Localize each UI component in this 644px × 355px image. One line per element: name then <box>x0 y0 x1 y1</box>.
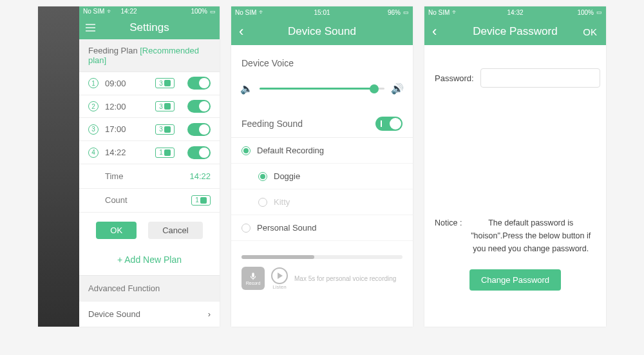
plan-row[interactable]: 1 09:00 3 <box>79 72 220 95</box>
device-sound-screen: No SIM ᯤ 15:01 96% ▭ ‹ Device Sound Devi… <box>231 6 413 327</box>
plan-toggle[interactable] <box>187 100 211 113</box>
plan-index: 3 <box>88 124 99 135</box>
settings-screen: No SIM ᯤ 14:22 100% ▭ Settings Feeding P… <box>38 6 220 327</box>
add-plan-button[interactable]: + Add New Plan <box>79 248 220 275</box>
ok-button[interactable]: OK <box>583 26 597 37</box>
clock-label: 15:01 <box>314 9 330 16</box>
nav-bar: ‹ Device Sound <box>231 18 413 45</box>
dimmed-backdrop <box>38 6 79 327</box>
device-sound-row[interactable]: Device Sound › <box>79 301 220 327</box>
doggie-option[interactable]: Doggie <box>231 164 413 189</box>
device-voice-label: Device Voice <box>231 45 413 72</box>
cancel-button[interactable]: Cancel <box>148 222 202 239</box>
portion-badge: 1 <box>155 148 175 158</box>
clock-label: 14:32 <box>507 9 523 16</box>
back-button[interactable]: ‹ <box>239 24 243 39</box>
page-title: Settings <box>129 21 169 34</box>
plan-row[interactable]: 3 17:00 3 <box>79 118 220 141</box>
page-title: Device Password <box>473 25 557 38</box>
plan-time: 17:00 <box>105 124 155 134</box>
kitty-option[interactable]: Kitty <box>231 189 413 215</box>
count-row[interactable]: Count 1 <box>79 189 220 213</box>
personal-sound-option[interactable]: Personal Sound <box>231 215 413 241</box>
plan-time: 12:00 <box>105 102 155 111</box>
portion-badge: 3 <box>155 101 175 111</box>
status-bar: No SIM ᯤ 14:22 100% ▭ <box>79 6 220 16</box>
plan-time: 09:00 <box>105 79 155 88</box>
carrier-label: No SIM <box>428 9 450 16</box>
carrier-label: No SIM <box>83 8 104 15</box>
nav-bar: ‹ Device Password OK <box>424 18 606 45</box>
battery-percent: 100% <box>577 9 594 16</box>
plan-toggle[interactable] <box>187 77 211 90</box>
listen-button[interactable] <box>271 267 288 284</box>
plan-index: 4 <box>88 148 99 158</box>
battery-percent: 100% <box>191 8 207 15</box>
wifi-icon: ᯤ <box>107 8 113 15</box>
chevron-right-icon: › <box>208 309 211 319</box>
change-password-button[interactable]: Change Password <box>469 269 561 291</box>
carrier-label: No SIM <box>235 9 256 16</box>
nav-bar: Settings <box>79 16 220 39</box>
volume-slider[interactable] <box>260 88 384 90</box>
default-recording-option[interactable]: Default Recording <box>231 138 413 164</box>
record-button[interactable]: Record <box>242 267 265 290</box>
notice-label: Notice : <box>435 216 462 255</box>
battery-percent: 96% <box>388 9 401 16</box>
battery-icon: ▭ <box>596 9 602 15</box>
plan-index: 2 <box>88 101 99 111</box>
volume-low-icon: 🔈 <box>240 82 253 95</box>
portion-badge: 1 <box>191 195 211 206</box>
page-title: Device Sound <box>288 25 356 38</box>
back-button[interactable]: ‹ <box>432 24 437 39</box>
portion-badge: 3 <box>155 124 175 135</box>
advanced-header: Advanced Function <box>79 275 220 301</box>
battery-icon: ▭ <box>210 8 216 15</box>
plan-row[interactable]: 4 14:22 1 <box>79 141 220 164</box>
recording-progress <box>242 255 402 259</box>
recording-note: Max 5s for personal voice recording <box>294 275 396 282</box>
plan-toggle[interactable] <box>187 146 211 159</box>
password-input[interactable] <box>480 68 600 88</box>
password-label: Password: <box>435 73 474 83</box>
volume-high-icon: 🔊 <box>391 82 404 95</box>
clock-label: 14:22 <box>120 8 137 15</box>
battery-icon: ▭ <box>403 9 409 15</box>
portion-badge: 3 <box>155 78 175 88</box>
wifi-icon: ᯤ <box>452 9 458 15</box>
time-row[interactable]: Time 14:22 <box>79 164 220 188</box>
feeding-sound-label: Feeding Sound <box>242 119 303 129</box>
status-bar: No SIM ᯤ 15:01 96% ▭ <box>231 6 413 18</box>
plan-row[interactable]: 2 12:00 3 <box>79 95 220 119</box>
ok-button[interactable]: OK <box>96 222 137 239</box>
feeding-sound-toggle[interactable] <box>375 117 402 131</box>
plan-time: 14:22 <box>105 148 155 157</box>
feeding-plan-header: Feeding Plan [Recommended plan] <box>79 39 220 72</box>
status-bar: No SIM ᯤ 14:32 100% ▭ <box>424 6 606 18</box>
plan-index: 1 <box>88 78 99 88</box>
plan-toggle[interactable] <box>187 123 211 136</box>
device-password-screen: No SIM ᯤ 14:32 100% ▭ ‹ Device Password … <box>424 6 606 327</box>
notice-text: The default password is "hoison".Press t… <box>466 216 596 255</box>
menu-icon[interactable] <box>86 24 95 32</box>
wifi-icon: ᯤ <box>259 9 265 15</box>
